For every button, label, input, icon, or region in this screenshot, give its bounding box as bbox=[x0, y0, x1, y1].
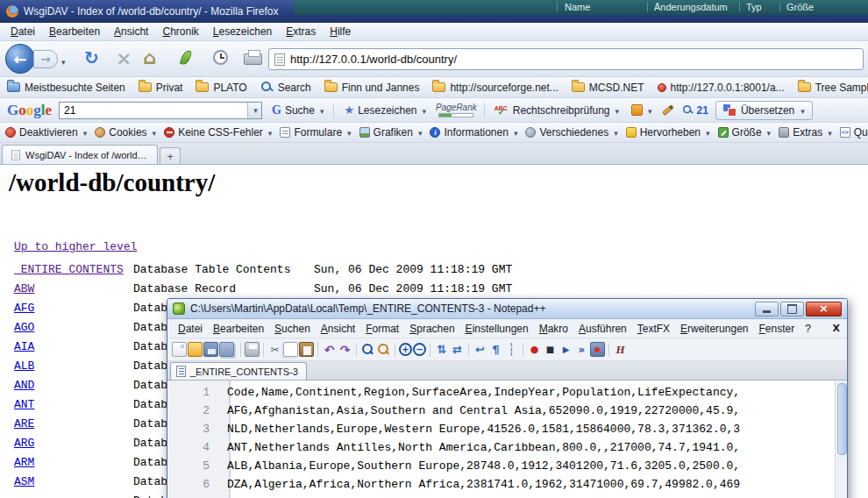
file-link[interactable]: _ENTIRE_CONTENTS bbox=[14, 263, 133, 276]
zoom-in-icon[interactable] bbox=[399, 343, 412, 356]
spellcheck-button[interactable]: Rechtschreibprüfung bbox=[492, 103, 622, 118]
bookmark-meistbesuchte-seiten[interactable]: Meistbesuchte Seiten bbox=[7, 82, 125, 94]
editor-lines[interactable]: 1 Code,Name,Continent,Region,SurfaceArea… bbox=[167, 381, 835, 498]
line-text[interactable]: Code,Name,Continent,Region,SurfaceArea,I… bbox=[220, 386, 740, 399]
menu-chronik[interactable]: Chronik bbox=[155, 24, 205, 39]
file-link[interactable]: AGO bbox=[14, 321, 133, 334]
file-link[interactable]: ABW bbox=[14, 282, 133, 295]
google-search-box[interactable] bbox=[59, 102, 262, 119]
file-link[interactable]: ASM bbox=[14, 475, 133, 488]
back-button[interactable] bbox=[5, 44, 35, 74]
webdev-deaktivieren[interactable]: Deaktivieren bbox=[5, 126, 87, 139]
np-menu-ausfuehren[interactable]: Ausführen bbox=[573, 320, 632, 338]
np-menu-fenster[interactable]: Fenster bbox=[753, 320, 800, 338]
stop-button[interactable] bbox=[116, 47, 132, 69]
webdev-informationen[interactable]: Informationen bbox=[430, 126, 517, 139]
reload-button[interactable] bbox=[84, 47, 99, 68]
url-input[interactable] bbox=[290, 53, 857, 66]
translate-button[interactable]: Übersetzen bbox=[715, 101, 813, 120]
explorer-column-date[interactable]: Änderungsdatum bbox=[654, 2, 728, 12]
editor-scrollbar[interactable] bbox=[835, 381, 847, 498]
search-history-dropdown[interactable] bbox=[247, 103, 261, 118]
file-link[interactable]: AND bbox=[14, 379, 133, 392]
notepad-tab-active[interactable]: _ENTIRE_CONTENTS-3 bbox=[170, 362, 307, 380]
new-tab-button[interactable]: + bbox=[160, 147, 181, 164]
close-button[interactable] bbox=[806, 302, 842, 317]
webdev-formulare[interactable]: Formulare bbox=[280, 126, 351, 139]
np-menu-erweiterungen[interactable]: Erweiterungen bbox=[675, 320, 753, 338]
maximize-button[interactable] bbox=[780, 302, 804, 317]
menu-hilfe[interactable]: Hilfe bbox=[323, 24, 358, 39]
print-icon[interactable] bbox=[245, 342, 260, 357]
bookmark-localhost-8001[interactable]: http://127.0.0.1:8001/a... bbox=[658, 82, 785, 94]
open-file-icon[interactable] bbox=[188, 342, 203, 357]
minimize-button[interactable] bbox=[755, 302, 779, 317]
tab-wsgidav[interactable]: WsgiDAV - Index of /world-db/count... bbox=[2, 145, 158, 164]
np-menu-suchen[interactable]: Suchen bbox=[269, 320, 316, 338]
replace-icon[interactable] bbox=[376, 342, 391, 357]
file-link[interactable]: AFG bbox=[14, 302, 133, 315]
forward-button[interactable] bbox=[33, 50, 58, 68]
save-macro-icon[interactable] bbox=[590, 342, 605, 357]
np-menu-datei[interactable]: Datei bbox=[173, 320, 208, 338]
menu-lesezeichen[interactable]: Lesezeichen bbox=[206, 24, 279, 39]
zoom-out-icon[interactable] bbox=[413, 343, 426, 356]
webdev-verschiedenes[interactable]: Verschiedenes bbox=[525, 126, 617, 139]
bookmark-privat[interactable]: Privat bbox=[139, 82, 183, 94]
np-menu-textfx[interactable]: TextFX bbox=[632, 320, 675, 338]
file-link[interactable]: ARE bbox=[14, 417, 133, 430]
word-wrap-icon[interactable] bbox=[473, 342, 487, 357]
line-text[interactable]: NLD,Netherlands,Europe,Western Europe,41… bbox=[220, 423, 740, 436]
webdev-grafiken[interactable]: Grafiken bbox=[359, 126, 423, 139]
editor-area[interactable]: 1 Code,Name,Continent,Region,SurfaceArea… bbox=[167, 381, 847, 498]
play-macro-icon[interactable] bbox=[559, 342, 573, 357]
line-text[interactable]: ANT,Netherlands Antilles,North America,C… bbox=[220, 441, 740, 454]
file-link[interactable]: ANT bbox=[14, 398, 133, 411]
save-all-icon[interactable] bbox=[219, 342, 234, 357]
bookmark-plato[interactable]: PLATO bbox=[196, 82, 246, 94]
bookmark-search[interactable]: Search bbox=[260, 81, 311, 94]
html-preview-icon[interactable] bbox=[613, 342, 628, 357]
line-text[interactable]: AFG,Afghanistan,Asia,Southern and Centra… bbox=[220, 404, 740, 417]
sync-horizontal-icon[interactable] bbox=[450, 342, 465, 357]
np-menu-makro[interactable]: Makro bbox=[534, 320, 573, 338]
indent-guide-icon[interactable] bbox=[504, 342, 519, 357]
history-clock-icon[interactable] bbox=[213, 50, 228, 65]
google-search-input[interactable] bbox=[60, 103, 247, 118]
np-menu-help[interactable]: ? bbox=[800, 320, 816, 338]
search-term-count-button[interactable]: 21 bbox=[681, 103, 708, 117]
autofill-button[interactable] bbox=[629, 103, 655, 118]
line-text[interactable]: ALB,Albania,Europe,Southern Europe,28748… bbox=[220, 459, 740, 473]
find-icon[interactable] bbox=[360, 342, 375, 357]
menu-extras[interactable]: Extras bbox=[279, 24, 323, 39]
stop-macro-icon[interactable] bbox=[543, 342, 558, 357]
file-link[interactable]: ARG bbox=[14, 437, 133, 450]
menu-close-icon[interactable]: X bbox=[833, 323, 840, 334]
np-menu-sprachen[interactable]: Sprachen bbox=[404, 320, 459, 338]
np-menu-einstellungen[interactable]: Einstellungen bbox=[460, 320, 534, 338]
webdev-extras[interactable]: Extras bbox=[779, 126, 832, 139]
webdev-cookies[interactable]: Cookies bbox=[95, 126, 156, 139]
print-button[interactable] bbox=[244, 53, 262, 65]
menu-datei[interactable]: Datei bbox=[4, 24, 42, 39]
new-file-icon[interactable] bbox=[172, 342, 187, 357]
pagerank-indicator[interactable]: PageRank bbox=[436, 103, 477, 117]
bookmark-sourceforge[interactable]: http://sourceforge.net... bbox=[432, 82, 558, 94]
np-menu-bearbeiten[interactable]: Bearbeiten bbox=[208, 320, 269, 338]
bookmark-finn-und-jannes[interactable]: Finn und Jannes bbox=[324, 82, 420, 94]
np-menu-ansicht[interactable]: Ansicht bbox=[316, 320, 360, 338]
google-search-button[interactable]: Suche bbox=[269, 102, 326, 119]
paste-icon[interactable] bbox=[299, 342, 314, 357]
webdev-groesse[interactable]: Größe bbox=[718, 126, 772, 139]
cut-icon[interactable] bbox=[267, 342, 282, 357]
run-macro-multiple-icon[interactable] bbox=[574, 342, 589, 357]
redo-icon[interactable] bbox=[338, 342, 352, 357]
undo-icon[interactable] bbox=[322, 342, 337, 357]
menu-ansicht[interactable]: Ansicht bbox=[107, 24, 155, 39]
line-text[interactable]: DZA,Algeria,Africa,Northern Africa,23817… bbox=[220, 478, 740, 491]
up-link[interactable]: Up to higher level bbox=[14, 240, 137, 253]
history-dropdown-button[interactable] bbox=[60, 53, 66, 68]
webdev-css-fehler[interactable]: Keine CSS-Fehler bbox=[164, 126, 272, 139]
highlighter-pencil-icon[interactable] bbox=[662, 104, 674, 116]
google-bookmarks-button[interactable]: Lesezeichen bbox=[341, 102, 429, 118]
